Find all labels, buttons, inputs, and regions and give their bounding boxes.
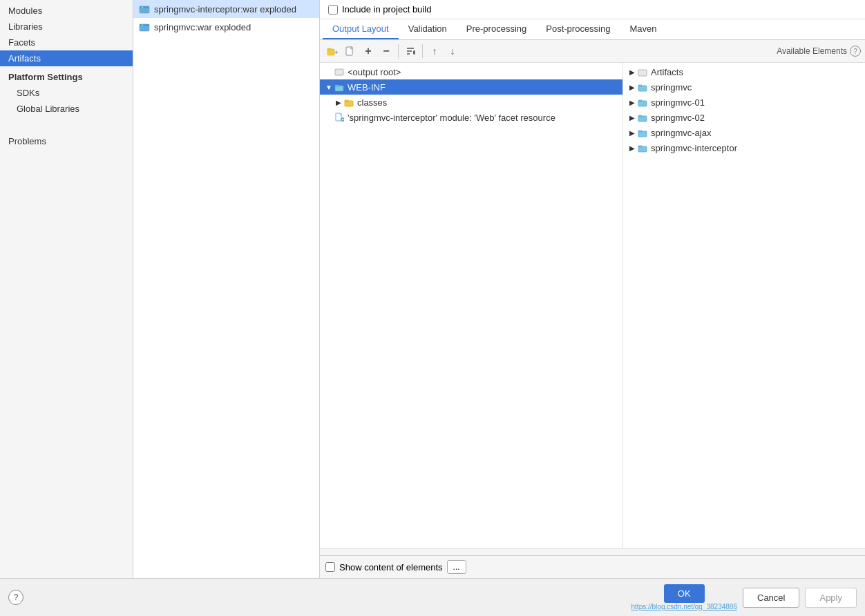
svg-rect-24 <box>638 70 647 76</box>
sidebar: Modules Libraries Facets Artifacts Platf… <box>0 0 133 578</box>
avail-arrow-springmvc-01[interactable] <box>627 99 637 106</box>
show-content-checkbox[interactable] <box>325 562 335 572</box>
tab-post-processing[interactable]: Post-processing <box>536 19 620 39</box>
horizontal-scrollbar[interactable] <box>320 548 865 555</box>
footer-left: ? <box>8 590 23 605</box>
help-icon[interactable]: ? <box>850 46 861 57</box>
tree-item-label-classes: classes <box>357 97 387 108</box>
add-folder-button[interactable]: + <box>324 43 341 59</box>
toolbar-sep-1 <box>398 44 399 58</box>
avail-springmvc-label: springmvc <box>651 82 692 93</box>
artifact-list-item-0[interactable]: springmvc-interceptor:war exploded <box>133 0 319 18</box>
avail-arrow-artifacts[interactable] <box>627 68 637 76</box>
top-bar: Include in project build <box>320 0 865 19</box>
svg-rect-15 <box>335 69 343 75</box>
remove-button[interactable]: − <box>378 43 395 59</box>
tree-item-label-resource: 'springmvc-interceptor' module: 'Web' fa… <box>348 113 555 123</box>
war-exploded-icon-1 <box>139 21 150 32</box>
available-elements-label: Available Elements ? <box>777 46 861 57</box>
avail-springmvc01-label: springmvc-01 <box>651 97 705 108</box>
avail-arrow-springmvc[interactable] <box>627 84 637 91</box>
svg-rect-28 <box>638 100 642 102</box>
svg-rect-34 <box>638 146 642 147</box>
svg-point-2 <box>142 7 143 8</box>
tree-item-output-root[interactable]: <output root> <box>320 64 622 79</box>
webinf-folder-icon <box>334 81 345 93</box>
artifact-list-item-label-0: springmvc-interceptor:war exploded <box>154 4 296 15</box>
avail-springmvc02-icon <box>637 112 648 123</box>
avail-springmvc-ajax-label: springmvc-ajax <box>651 128 711 138</box>
avail-springmvc-interceptor-label: springmvc-interceptor <box>651 143 737 153</box>
platform-settings-title: Platform Settings <box>0 66 133 85</box>
tabs-bar: Output Layout Validation Pre-processing … <box>320 19 865 40</box>
tree-item-webinf[interactable]: WEB-INF <box>320 79 622 95</box>
avail-arrow-springmvc-02[interactable] <box>627 114 637 122</box>
artifact-list: springmvc-interceptor:war exploded sprin… <box>133 0 320 578</box>
content-area: <output root> WEB-INF c <box>320 63 865 548</box>
sort-button[interactable] <box>402 43 419 59</box>
right-panel: Include in project build Output Layout V… <box>320 0 865 578</box>
question-button[interactable]: ? <box>8 590 23 605</box>
move-up-button[interactable]: ↑ <box>426 43 443 59</box>
sidebar-item-problems[interactable]: Problems <box>0 131 133 149</box>
avail-springmvc02-label: springmvc-02 <box>651 113 705 123</box>
avail-item-springmvc[interactable]: springmvc <box>623 79 865 95</box>
include-in-build-text: Include in project build <box>342 4 431 15</box>
toolbar: + + − ↑ ↓ Available Elements <box>320 40 865 63</box>
url-text: https://blog.csdn.net/qq_38234886 <box>631 603 737 610</box>
war-exploded-icon-0 <box>139 3 150 15</box>
svg-rect-4 <box>140 24 149 26</box>
available-elements-panel: Artifacts springmvc springmvc-01 <box>623 63 865 548</box>
avail-item-springmvc-interceptor[interactable]: springmvc-interceptor <box>623 140 865 155</box>
show-content-label[interactable]: Show content of elements <box>325 562 443 572</box>
dotdot-button[interactable]: ... <box>447 560 466 574</box>
move-down-button[interactable]: ↓ <box>444 43 461 59</box>
tree-arrow-webinf[interactable] <box>324 84 334 91</box>
avail-item-springmvc-ajax[interactable]: springmvc-ajax <box>623 125 865 140</box>
avail-artifacts-icon <box>637 66 648 77</box>
tab-output-layout[interactable]: Output Layout <box>323 19 399 39</box>
avail-springmvc-ajax-icon <box>637 127 648 138</box>
bottom-bar: Show content of elements ... <box>320 555 865 578</box>
avail-springmvc01-icon <box>637 97 648 108</box>
avail-item-artifacts[interactable]: Artifacts <box>623 64 865 79</box>
avail-arrow-springmvc-interceptor[interactable] <box>627 144 637 152</box>
sidebar-item-artifacts[interactable]: Artifacts <box>0 50 133 66</box>
svg-rect-19 <box>345 100 348 102</box>
svg-rect-17 <box>335 85 339 86</box>
tree-arrow-classes[interactable] <box>334 99 343 106</box>
tree-item-resource[interactable]: 'springmvc-interceptor' module: 'Web' fa… <box>320 110 622 125</box>
tree-item-classes[interactable]: classes <box>320 95 622 110</box>
ok-button-container: OK https://blog.csdn.net/qq_38234886 <box>631 584 737 610</box>
sidebar-item-global-libraries[interactable]: Global Libraries <box>0 101 133 117</box>
sidebar-item-sdks[interactable]: SDKs <box>0 85 133 101</box>
footer: ? OK https://blog.csdn.net/qq_38234886 C… <box>0 578 865 616</box>
ok-button[interactable]: OK <box>664 584 705 603</box>
tab-maven[interactable]: Maven <box>620 19 666 39</box>
svg-rect-30 <box>638 115 642 117</box>
tab-validation[interactable]: Validation <box>399 19 457 39</box>
resource-file-icon <box>334 112 345 123</box>
svg-rect-1 <box>140 6 149 8</box>
avail-item-springmvc-01[interactable]: springmvc-01 <box>623 95 865 110</box>
avail-item-springmvc-02[interactable]: springmvc-02 <box>623 110 865 125</box>
svg-rect-6 <box>327 49 334 55</box>
svg-rect-26 <box>638 85 642 86</box>
avail-arrow-springmvc-ajax[interactable] <box>627 129 637 137</box>
apply-button[interactable]: Apply <box>805 588 857 608</box>
sidebar-item-libraries[interactable]: Libraries <box>0 19 133 35</box>
avail-artifacts-label: Artifacts <box>651 67 683 77</box>
toolbar-sep-2 <box>422 44 423 58</box>
include-in-build-label[interactable]: Include in project build <box>328 4 431 15</box>
include-in-build-checkbox[interactable] <box>328 5 338 15</box>
sidebar-item-facets[interactable]: Facets <box>0 35 133 50</box>
tab-pre-processing[interactable]: Pre-processing <box>457 19 536 39</box>
add-button[interactable]: + <box>360 43 377 59</box>
artifact-list-item-1[interactable]: springmvc:war exploded <box>133 18 319 36</box>
output-root-icon <box>334 66 345 77</box>
cancel-button[interactable]: Cancel <box>743 588 799 608</box>
add-file-button[interactable] <box>342 43 359 59</box>
svg-point-5 <box>142 25 143 26</box>
output-tree[interactable]: <output root> WEB-INF c <box>320 63 623 548</box>
sidebar-item-modules[interactable]: Modules <box>0 3 133 19</box>
